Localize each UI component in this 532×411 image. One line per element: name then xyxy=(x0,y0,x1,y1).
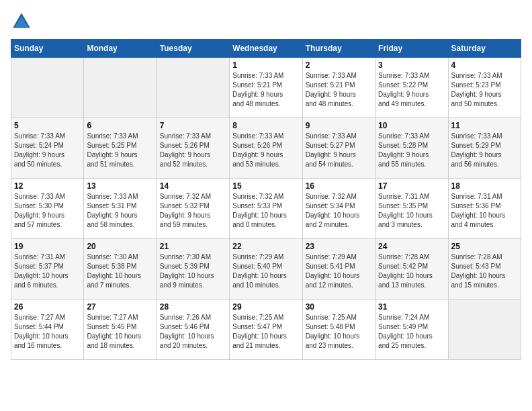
day-number: 5 xyxy=(14,121,81,130)
day-number: 26 xyxy=(14,302,81,312)
day-number: 23 xyxy=(306,242,372,251)
day-info: Sunrise: 7:30 AM Sunset: 5:39 PM Dayligh… xyxy=(160,253,226,290)
calendar-table: SundayMondayTuesdayWednesdayThursdayFrid… xyxy=(11,39,521,360)
day-info: Sunrise: 7:31 AM Sunset: 5:35 PM Dayligh… xyxy=(378,192,445,230)
calendar-cell: 12Sunrise: 7:33 AM Sunset: 5:30 PM Dayli… xyxy=(11,179,84,239)
calendar-cell: 6Sunrise: 7:33 AM Sunset: 5:25 PM Daylig… xyxy=(84,118,157,179)
calendar-cell: 11Sunrise: 7:33 AM Sunset: 5:29 PM Dayli… xyxy=(448,118,521,179)
calendar-cell xyxy=(84,58,157,118)
day-number: 20 xyxy=(87,242,153,251)
calendar-cell: 4Sunrise: 7:33 AM Sunset: 5:23 PM Daylig… xyxy=(448,58,521,118)
calendar-cell: 19Sunrise: 7:31 AM Sunset: 5:37 PM Dayli… xyxy=(11,239,84,300)
calendar-cell: 20Sunrise: 7:30 AM Sunset: 5:38 PM Dayli… xyxy=(84,239,157,300)
calendar-cell: 2Sunrise: 7:33 AM Sunset: 5:21 PM Daylig… xyxy=(302,58,375,118)
day-number: 22 xyxy=(232,242,299,251)
calendar-cell: 24Sunrise: 7:28 AM Sunset: 5:42 PM Dayli… xyxy=(375,239,448,300)
day-number: 19 xyxy=(14,242,81,251)
calendar-cell: 1Sunrise: 7:33 AM Sunset: 5:21 PM Daylig… xyxy=(230,58,302,118)
calendar-cell: 31Sunrise: 7:24 AM Sunset: 5:49 PM Dayli… xyxy=(375,300,448,360)
calendar-cell: 29Sunrise: 7:25 AM Sunset: 5:47 PM Dayli… xyxy=(230,300,302,360)
day-number: 25 xyxy=(451,242,518,251)
day-number: 2 xyxy=(306,60,372,70)
calendar-week-row: 26Sunrise: 7:27 AM Sunset: 5:44 PM Dayli… xyxy=(11,300,521,360)
day-number: 30 xyxy=(306,302,372,312)
day-info: Sunrise: 7:27 AM Sunset: 5:44 PM Dayligh… xyxy=(14,313,81,351)
calendar-cell: 18Sunrise: 7:31 AM Sunset: 5:36 PM Dayli… xyxy=(448,179,521,239)
day-number: 16 xyxy=(306,181,372,191)
calendar-cell: 21Sunrise: 7:30 AM Sunset: 5:39 PM Dayli… xyxy=(157,239,229,300)
day-number: 3 xyxy=(378,60,445,70)
day-info: Sunrise: 7:29 AM Sunset: 5:41 PM Dayligh… xyxy=(306,253,372,290)
calendar-cell: 26Sunrise: 7:27 AM Sunset: 5:44 PM Dayli… xyxy=(11,300,84,360)
calendar-cell: 5Sunrise: 7:33 AM Sunset: 5:24 PM Daylig… xyxy=(11,118,84,179)
day-number: 27 xyxy=(87,302,153,312)
day-number: 31 xyxy=(378,302,445,312)
logo-icon xyxy=(11,11,32,32)
calendar-cell: 25Sunrise: 7:28 AM Sunset: 5:43 PM Dayli… xyxy=(448,239,521,300)
day-number: 7 xyxy=(160,121,226,130)
day-header: Tuesday xyxy=(157,40,229,58)
day-info: Sunrise: 7:33 AM Sunset: 5:28 PM Dayligh… xyxy=(378,132,445,169)
day-number: 28 xyxy=(160,302,226,312)
day-info: Sunrise: 7:27 AM Sunset: 5:45 PM Dayligh… xyxy=(87,313,153,351)
day-info: Sunrise: 7:33 AM Sunset: 5:23 PM Dayligh… xyxy=(451,71,518,109)
calendar-cell: 10Sunrise: 7:33 AM Sunset: 5:28 PM Dayli… xyxy=(375,118,448,179)
day-number: 4 xyxy=(451,60,518,70)
calendar-cell: 30Sunrise: 7:25 AM Sunset: 5:48 PM Dayli… xyxy=(302,300,375,360)
day-info: Sunrise: 7:33 AM Sunset: 5:25 PM Dayligh… xyxy=(87,132,153,169)
day-header: Sunday xyxy=(11,40,84,58)
calendar-cell xyxy=(448,300,521,360)
day-header: Friday xyxy=(375,40,448,58)
calendar-cell: 28Sunrise: 7:26 AM Sunset: 5:46 PM Dayli… xyxy=(157,300,229,360)
day-number: 24 xyxy=(378,242,445,251)
page-header xyxy=(11,11,521,32)
day-info: Sunrise: 7:25 AM Sunset: 5:47 PM Dayligh… xyxy=(232,313,299,351)
day-header: Wednesday xyxy=(230,40,302,58)
day-info: Sunrise: 7:33 AM Sunset: 5:31 PM Dayligh… xyxy=(87,192,153,230)
day-number: 18 xyxy=(451,181,518,191)
day-info: Sunrise: 7:31 AM Sunset: 5:36 PM Dayligh… xyxy=(451,192,518,230)
day-info: Sunrise: 7:33 AM Sunset: 5:22 PM Dayligh… xyxy=(378,71,445,109)
day-info: Sunrise: 7:31 AM Sunset: 5:37 PM Dayligh… xyxy=(14,253,81,290)
calendar-cell xyxy=(157,58,229,118)
calendar-cell: 15Sunrise: 7:32 AM Sunset: 5:33 PM Dayli… xyxy=(230,179,302,239)
day-header: Saturday xyxy=(448,40,521,58)
day-number: 9 xyxy=(306,121,372,130)
day-number: 12 xyxy=(14,181,81,191)
calendar-cell: 27Sunrise: 7:27 AM Sunset: 5:45 PM Dayli… xyxy=(84,300,157,360)
calendar-cell: 23Sunrise: 7:29 AM Sunset: 5:41 PM Dayli… xyxy=(302,239,375,300)
day-info: Sunrise: 7:33 AM Sunset: 5:21 PM Dayligh… xyxy=(306,71,372,109)
day-number: 15 xyxy=(232,181,299,191)
calendar-cell: 14Sunrise: 7:32 AM Sunset: 5:32 PM Dayli… xyxy=(157,179,229,239)
day-info: Sunrise: 7:29 AM Sunset: 5:40 PM Dayligh… xyxy=(232,253,299,290)
calendar-week-row: 5Sunrise: 7:33 AM Sunset: 5:24 PM Daylig… xyxy=(11,118,521,179)
day-number: 14 xyxy=(160,181,226,191)
calendar-cell: 3Sunrise: 7:33 AM Sunset: 5:22 PM Daylig… xyxy=(375,58,448,118)
day-info: Sunrise: 7:25 AM Sunset: 5:48 PM Dayligh… xyxy=(306,313,372,351)
day-info: Sunrise: 7:33 AM Sunset: 5:27 PM Dayligh… xyxy=(306,132,372,169)
calendar-cell: 13Sunrise: 7:33 AM Sunset: 5:31 PM Dayli… xyxy=(84,179,157,239)
day-header: Thursday xyxy=(302,40,375,58)
day-number: 10 xyxy=(378,121,445,130)
day-number: 13 xyxy=(87,181,153,191)
calendar-week-row: 19Sunrise: 7:31 AM Sunset: 5:37 PM Dayli… xyxy=(11,239,521,300)
day-info: Sunrise: 7:33 AM Sunset: 5:21 PM Dayligh… xyxy=(232,71,299,109)
calendar-cell: 7Sunrise: 7:33 AM Sunset: 5:26 PM Daylig… xyxy=(157,118,229,179)
day-info: Sunrise: 7:28 AM Sunset: 5:42 PM Dayligh… xyxy=(378,253,445,290)
day-number: 11 xyxy=(451,121,518,130)
calendar-week-row: 1Sunrise: 7:33 AM Sunset: 5:21 PM Daylig… xyxy=(11,58,521,118)
day-info: Sunrise: 7:33 AM Sunset: 5:29 PM Dayligh… xyxy=(451,132,518,169)
day-info: Sunrise: 7:33 AM Sunset: 5:24 PM Dayligh… xyxy=(14,132,81,169)
day-info: Sunrise: 7:32 AM Sunset: 5:34 PM Dayligh… xyxy=(306,192,372,230)
calendar-cell: 9Sunrise: 7:33 AM Sunset: 5:27 PM Daylig… xyxy=(302,118,375,179)
calendar-cell: 16Sunrise: 7:32 AM Sunset: 5:34 PM Dayli… xyxy=(302,179,375,239)
day-info: Sunrise: 7:32 AM Sunset: 5:32 PM Dayligh… xyxy=(160,192,226,230)
day-info: Sunrise: 7:33 AM Sunset: 5:26 PM Dayligh… xyxy=(160,132,226,169)
day-info: Sunrise: 7:32 AM Sunset: 5:33 PM Dayligh… xyxy=(232,192,299,230)
day-number: 8 xyxy=(232,121,299,130)
day-info: Sunrise: 7:24 AM Sunset: 5:49 PM Dayligh… xyxy=(378,313,445,351)
calendar-header-row: SundayMondayTuesdayWednesdayThursdayFrid… xyxy=(11,40,521,58)
day-header: Monday xyxy=(84,40,157,58)
day-info: Sunrise: 7:30 AM Sunset: 5:38 PM Dayligh… xyxy=(87,253,153,290)
day-info: Sunrise: 7:28 AM Sunset: 5:43 PM Dayligh… xyxy=(451,253,518,290)
